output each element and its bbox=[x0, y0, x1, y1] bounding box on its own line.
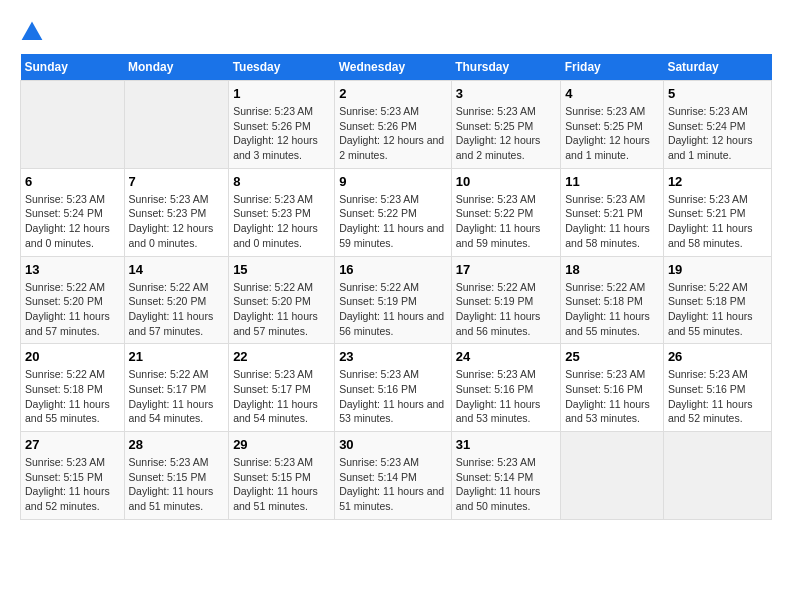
day-info: Sunrise: 5:22 AM Sunset: 5:20 PM Dayligh… bbox=[233, 280, 330, 339]
calendar-cell: 3Sunrise: 5:23 AM Sunset: 5:25 PM Daylig… bbox=[451, 81, 561, 169]
day-info: Sunrise: 5:23 AM Sunset: 5:23 PM Dayligh… bbox=[233, 192, 330, 251]
day-info: Sunrise: 5:23 AM Sunset: 5:17 PM Dayligh… bbox=[233, 367, 330, 426]
calendar-cell: 6Sunrise: 5:23 AM Sunset: 5:24 PM Daylig… bbox=[21, 168, 125, 256]
day-info: Sunrise: 5:23 AM Sunset: 5:24 PM Dayligh… bbox=[25, 192, 120, 251]
day-number: 15 bbox=[233, 262, 330, 277]
day-info: Sunrise: 5:23 AM Sunset: 5:26 PM Dayligh… bbox=[339, 104, 447, 163]
calendar-cell: 22Sunrise: 5:23 AM Sunset: 5:17 PM Dayli… bbox=[229, 344, 335, 432]
day-info: Sunrise: 5:22 AM Sunset: 5:18 PM Dayligh… bbox=[565, 280, 659, 339]
calendar-cell: 27Sunrise: 5:23 AM Sunset: 5:15 PM Dayli… bbox=[21, 432, 125, 520]
calendar-cell: 10Sunrise: 5:23 AM Sunset: 5:22 PM Dayli… bbox=[451, 168, 561, 256]
header-cell-thursday: Thursday bbox=[451, 54, 561, 81]
day-info: Sunrise: 5:23 AM Sunset: 5:15 PM Dayligh… bbox=[233, 455, 330, 514]
header-cell-saturday: Saturday bbox=[663, 54, 771, 81]
day-info: Sunrise: 5:23 AM Sunset: 5:21 PM Dayligh… bbox=[565, 192, 659, 251]
calendar-cell bbox=[21, 81, 125, 169]
day-info: Sunrise: 5:23 AM Sunset: 5:16 PM Dayligh… bbox=[565, 367, 659, 426]
day-info: Sunrise: 5:23 AM Sunset: 5:25 PM Dayligh… bbox=[456, 104, 557, 163]
day-info: Sunrise: 5:23 AM Sunset: 5:15 PM Dayligh… bbox=[25, 455, 120, 514]
day-info: Sunrise: 5:23 AM Sunset: 5:14 PM Dayligh… bbox=[456, 455, 557, 514]
calendar-cell: 24Sunrise: 5:23 AM Sunset: 5:16 PM Dayli… bbox=[451, 344, 561, 432]
day-info: Sunrise: 5:23 AM Sunset: 5:25 PM Dayligh… bbox=[565, 104, 659, 163]
week-row: 6Sunrise: 5:23 AM Sunset: 5:24 PM Daylig… bbox=[21, 168, 772, 256]
day-number: 22 bbox=[233, 349, 330, 364]
calendar-cell: 14Sunrise: 5:22 AM Sunset: 5:20 PM Dayli… bbox=[124, 256, 229, 344]
day-info: Sunrise: 5:23 AM Sunset: 5:24 PM Dayligh… bbox=[668, 104, 767, 163]
day-number: 3 bbox=[456, 86, 557, 101]
calendar-cell: 9Sunrise: 5:23 AM Sunset: 5:22 PM Daylig… bbox=[335, 168, 452, 256]
calendar-cell: 11Sunrise: 5:23 AM Sunset: 5:21 PM Dayli… bbox=[561, 168, 664, 256]
day-number: 21 bbox=[129, 349, 225, 364]
day-number: 28 bbox=[129, 437, 225, 452]
day-number: 7 bbox=[129, 174, 225, 189]
day-info: Sunrise: 5:23 AM Sunset: 5:26 PM Dayligh… bbox=[233, 104, 330, 163]
day-number: 16 bbox=[339, 262, 447, 277]
day-number: 29 bbox=[233, 437, 330, 452]
calendar-cell bbox=[663, 432, 771, 520]
calendar-cell: 12Sunrise: 5:23 AM Sunset: 5:21 PM Dayli… bbox=[663, 168, 771, 256]
week-row: 1Sunrise: 5:23 AM Sunset: 5:26 PM Daylig… bbox=[21, 81, 772, 169]
day-number: 14 bbox=[129, 262, 225, 277]
day-info: Sunrise: 5:23 AM Sunset: 5:22 PM Dayligh… bbox=[456, 192, 557, 251]
day-number: 8 bbox=[233, 174, 330, 189]
calendar-cell: 7Sunrise: 5:23 AM Sunset: 5:23 PM Daylig… bbox=[124, 168, 229, 256]
day-number: 25 bbox=[565, 349, 659, 364]
day-number: 12 bbox=[668, 174, 767, 189]
calendar-body: 1Sunrise: 5:23 AM Sunset: 5:26 PM Daylig… bbox=[21, 81, 772, 520]
calendar-cell: 2Sunrise: 5:23 AM Sunset: 5:26 PM Daylig… bbox=[335, 81, 452, 169]
day-info: Sunrise: 5:22 AM Sunset: 5:20 PM Dayligh… bbox=[129, 280, 225, 339]
day-number: 9 bbox=[339, 174, 447, 189]
day-info: Sunrise: 5:23 AM Sunset: 5:14 PM Dayligh… bbox=[339, 455, 447, 514]
day-number: 23 bbox=[339, 349, 447, 364]
week-row: 20Sunrise: 5:22 AM Sunset: 5:18 PM Dayli… bbox=[21, 344, 772, 432]
week-row: 27Sunrise: 5:23 AM Sunset: 5:15 PM Dayli… bbox=[21, 432, 772, 520]
header-cell-monday: Monday bbox=[124, 54, 229, 81]
day-number: 2 bbox=[339, 86, 447, 101]
day-number: 5 bbox=[668, 86, 767, 101]
day-info: Sunrise: 5:23 AM Sunset: 5:23 PM Dayligh… bbox=[129, 192, 225, 251]
calendar-cell: 29Sunrise: 5:23 AM Sunset: 5:15 PM Dayli… bbox=[229, 432, 335, 520]
calendar-cell: 23Sunrise: 5:23 AM Sunset: 5:16 PM Dayli… bbox=[335, 344, 452, 432]
day-number: 30 bbox=[339, 437, 447, 452]
day-number: 31 bbox=[456, 437, 557, 452]
calendar-cell: 21Sunrise: 5:22 AM Sunset: 5:17 PM Dayli… bbox=[124, 344, 229, 432]
day-number: 27 bbox=[25, 437, 120, 452]
calendar-cell: 4Sunrise: 5:23 AM Sunset: 5:25 PM Daylig… bbox=[561, 81, 664, 169]
day-info: Sunrise: 5:22 AM Sunset: 5:17 PM Dayligh… bbox=[129, 367, 225, 426]
calendar-cell: 8Sunrise: 5:23 AM Sunset: 5:23 PM Daylig… bbox=[229, 168, 335, 256]
day-number: 10 bbox=[456, 174, 557, 189]
day-number: 18 bbox=[565, 262, 659, 277]
day-number: 24 bbox=[456, 349, 557, 364]
calendar-cell: 30Sunrise: 5:23 AM Sunset: 5:14 PM Dayli… bbox=[335, 432, 452, 520]
svg-marker-0 bbox=[22, 22, 43, 40]
calendar-cell: 18Sunrise: 5:22 AM Sunset: 5:18 PM Dayli… bbox=[561, 256, 664, 344]
calendar-cell: 5Sunrise: 5:23 AM Sunset: 5:24 PM Daylig… bbox=[663, 81, 771, 169]
calendar-cell: 26Sunrise: 5:23 AM Sunset: 5:16 PM Dayli… bbox=[663, 344, 771, 432]
day-info: Sunrise: 5:23 AM Sunset: 5:16 PM Dayligh… bbox=[668, 367, 767, 426]
day-number: 1 bbox=[233, 86, 330, 101]
calendar-cell: 1Sunrise: 5:23 AM Sunset: 5:26 PM Daylig… bbox=[229, 81, 335, 169]
header-cell-friday: Friday bbox=[561, 54, 664, 81]
day-info: Sunrise: 5:22 AM Sunset: 5:20 PM Dayligh… bbox=[25, 280, 120, 339]
day-number: 20 bbox=[25, 349, 120, 364]
calendar-cell: 17Sunrise: 5:22 AM Sunset: 5:19 PM Dayli… bbox=[451, 256, 561, 344]
logo-icon bbox=[20, 20, 44, 44]
day-info: Sunrise: 5:23 AM Sunset: 5:16 PM Dayligh… bbox=[339, 367, 447, 426]
week-row: 13Sunrise: 5:22 AM Sunset: 5:20 PM Dayli… bbox=[21, 256, 772, 344]
calendar-header: SundayMondayTuesdayWednesdayThursdayFrid… bbox=[21, 54, 772, 81]
calendar-cell: 19Sunrise: 5:22 AM Sunset: 5:18 PM Dayli… bbox=[663, 256, 771, 344]
page-header bbox=[20, 20, 772, 44]
day-info: Sunrise: 5:23 AM Sunset: 5:21 PM Dayligh… bbox=[668, 192, 767, 251]
calendar-cell: 15Sunrise: 5:22 AM Sunset: 5:20 PM Dayli… bbox=[229, 256, 335, 344]
day-info: Sunrise: 5:22 AM Sunset: 5:18 PM Dayligh… bbox=[25, 367, 120, 426]
header-cell-wednesday: Wednesday bbox=[335, 54, 452, 81]
day-number: 19 bbox=[668, 262, 767, 277]
day-number: 11 bbox=[565, 174, 659, 189]
calendar-cell: 13Sunrise: 5:22 AM Sunset: 5:20 PM Dayli… bbox=[21, 256, 125, 344]
day-number: 6 bbox=[25, 174, 120, 189]
header-row: SundayMondayTuesdayWednesdayThursdayFrid… bbox=[21, 54, 772, 81]
calendar-cell: 31Sunrise: 5:23 AM Sunset: 5:14 PM Dayli… bbox=[451, 432, 561, 520]
day-number: 26 bbox=[668, 349, 767, 364]
day-number: 13 bbox=[25, 262, 120, 277]
day-info: Sunrise: 5:22 AM Sunset: 5:19 PM Dayligh… bbox=[339, 280, 447, 339]
